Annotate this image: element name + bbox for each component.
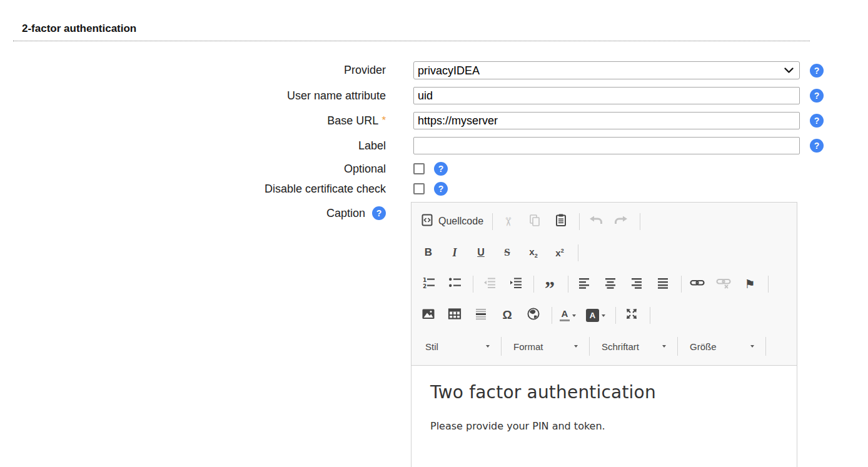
username-attribute-help-icon[interactable]: ? — [810, 89, 824, 103]
chevron-down-icon — [662, 345, 666, 348]
format-combo-label: Format — [513, 341, 543, 352]
format-combo[interactable]: Format — [508, 338, 582, 355]
chevron-down-icon — [572, 314, 576, 317]
svg-text:2: 2 — [423, 283, 426, 289]
align-left-button[interactable] — [576, 276, 592, 292]
numbered-list-button[interactable]: 12 — [420, 276, 437, 292]
editor-content-heading: Two factor authentication — [430, 382, 778, 403]
link-button[interactable] — [689, 276, 705, 292]
caption-label: Caption — [326, 207, 365, 220]
paste-clipboard-icon — [554, 213, 568, 229]
optional-checkbox[interactable] — [413, 163, 425, 174]
base-url-input[interactable] — [413, 112, 800, 129]
link-chain-icon — [690, 276, 705, 292]
omega-icon: Ω — [502, 308, 512, 322]
font-combo[interactable]: Schriftart — [597, 338, 670, 355]
base-url-row: Base URL * ? — [0, 112, 868, 129]
image-button[interactable] — [420, 307, 437, 323]
background-color-button[interactable]: A — [586, 309, 605, 322]
underline-button[interactable]: U — [473, 244, 489, 261]
editor-content-area[interactable]: Two factor authentication Please provide… — [411, 366, 797, 467]
anchor-button[interactable]: ⚑ — [742, 276, 758, 292]
paste-button[interactable] — [553, 213, 569, 229]
special-character-button[interactable]: Ω — [499, 307, 515, 323]
anchor-flag-icon: ⚑ — [744, 277, 755, 291]
scissors-icon: ✂ — [502, 216, 516, 226]
table-button[interactable] — [447, 307, 463, 323]
align-right-icon — [630, 276, 643, 291]
image-icon — [421, 308, 435, 323]
disable-cert-row: Disable certificate check ? — [0, 182, 868, 196]
label-row: Label ? — [0, 137, 868, 154]
italic-button[interactable]: I — [447, 244, 463, 261]
disable-cert-checkbox[interactable] — [413, 183, 425, 194]
label-help-icon[interactable]: ? — [810, 139, 824, 153]
label-field-label: Label — [0, 139, 386, 153]
background-color-icon: A — [586, 309, 599, 322]
maximize-button[interactable] — [623, 307, 640, 323]
provider-help-icon[interactable]: ? — [810, 64, 824, 78]
redo-arrow-icon — [615, 214, 628, 229]
underline-icon: U — [477, 247, 485, 258]
justify-button[interactable] — [655, 276, 671, 292]
style-combo-label: Stil — [425, 341, 438, 352]
horizontal-rule-button[interactable] — [473, 307, 489, 323]
iframe-button[interactable] — [525, 307, 542, 323]
align-right-button[interactable] — [628, 276, 645, 292]
optional-label: Optional — [0, 163, 386, 176]
bold-icon: B — [425, 246, 432, 259]
globe-icon — [527, 307, 540, 323]
style-combo[interactable]: Stil — [420, 338, 494, 355]
chevron-down-icon — [486, 345, 490, 348]
chevron-down-icon — [602, 314, 605, 317]
subscript-icon: x2 — [529, 246, 537, 259]
page-title: 2-factor authentication — [22, 23, 810, 35]
bold-button[interactable]: B — [420, 244, 437, 261]
strikethrough-button[interactable]: S — [499, 244, 515, 261]
required-marker: * — [381, 114, 386, 127]
optional-help-icon[interactable]: ? — [434, 162, 448, 176]
source-code-icon — [420, 213, 434, 229]
label-input[interactable] — [413, 137, 800, 154]
blockquote-icon: ” — [545, 285, 555, 291]
copy-icon — [528, 214, 541, 229]
cut-button: ✂ — [500, 213, 517, 229]
indent-button[interactable] — [507, 276, 523, 292]
blockquote-button[interactable]: ” — [542, 276, 558, 292]
caption-help-icon[interactable]: ? — [372, 206, 386, 220]
align-center-button[interactable] — [602, 276, 618, 292]
bulleted-list-button[interactable] — [447, 276, 463, 292]
source-button-label: Quellcode — [438, 216, 483, 227]
provider-row: Provider privacyIDEA ? — [0, 61, 868, 79]
size-combo[interactable]: Größe — [685, 338, 759, 355]
align-center-icon — [604, 276, 617, 291]
horizontal-rule-icon — [475, 308, 487, 323]
two-factor-form: Provider privacyIDEA ? User name attribu… — [0, 61, 868, 467]
optional-row: Optional ? — [0, 162, 868, 176]
justify-icon — [657, 276, 669, 291]
provider-select[interactable]: privacyIDEA — [413, 61, 800, 79]
richtext-editor: Quellcode ✂ — [411, 202, 797, 467]
username-attribute-input[interactable] — [413, 87, 800, 104]
superscript-button[interactable]: x2 — [552, 244, 568, 261]
base-url-help-icon[interactable]: ? — [810, 114, 824, 128]
editor-toolbar: Quellcode ✂ — [411, 203, 797, 366]
disable-cert-help-icon[interactable]: ? — [434, 182, 448, 196]
unlink-chain-icon — [716, 276, 731, 292]
svg-text:1: 1 — [423, 277, 426, 283]
username-attribute-label: User name attribute — [0, 89, 386, 103]
copy-button — [527, 213, 543, 229]
source-button[interactable]: Quellcode — [420, 213, 483, 229]
chevron-down-icon — [750, 345, 754, 348]
subscript-button[interactable]: x2 — [525, 244, 542, 261]
text-color-button[interactable]: A — [560, 309, 576, 321]
username-attribute-row: User name attribute ? — [0, 87, 868, 104]
italic-icon: I — [452, 246, 457, 259]
table-icon — [448, 308, 462, 323]
strikethrough-icon: S — [504, 246, 510, 259]
maximize-icon — [625, 307, 638, 323]
numbered-list-icon: 12 — [422, 276, 435, 291]
outdent-icon — [483, 276, 496, 291]
editor-content-paragraph: Please provide your PIN and token. — [430, 420, 778, 432]
bulleted-list-icon — [448, 276, 462, 291]
